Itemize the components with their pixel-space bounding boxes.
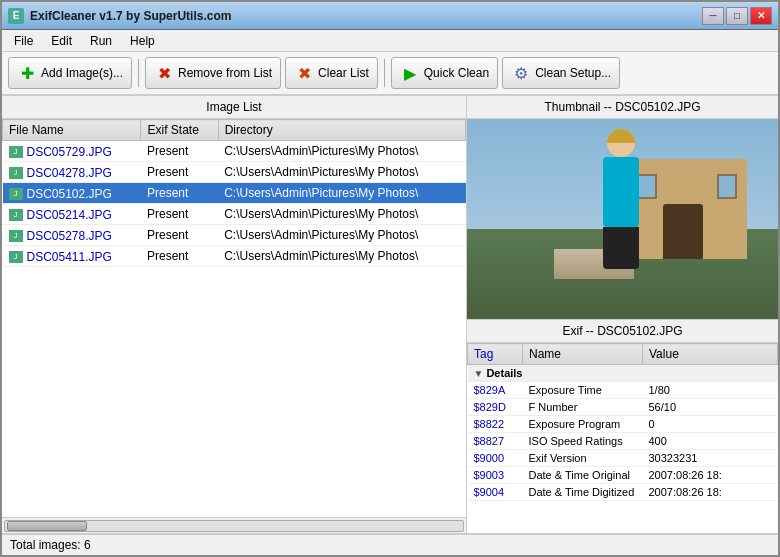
list-item[interactable]: $8827ISO Speed Ratings400: [468, 433, 778, 450]
thumbnail-header: Thumbnail -- DSC05102.JPG: [467, 96, 778, 119]
minimize-button[interactable]: ─: [702, 7, 724, 25]
list-item[interactable]: $829AExposure Time1/80: [468, 382, 778, 399]
col-filename: File Name: [3, 120, 141, 141]
filename-cell: JDSC05214.JPG: [3, 204, 141, 225]
list-item[interactable]: $9003Date & Time Original2007:08:26 18:: [468, 467, 778, 484]
exif-tag-cell: $829D: [468, 399, 523, 416]
table-row[interactable]: JDSC05411.JPGPresentC:\Users\Admin\Pictu…: [3, 246, 466, 267]
remove-list-label: Remove from List: [178, 66, 272, 80]
exif-section: Exif -- DSC05102.JPG Tag Name Value ▼Det…: [467, 319, 778, 533]
toolbar-separator-2: [384, 59, 385, 87]
exif-name-cell: Exposure Program: [523, 416, 643, 433]
filename-cell: JDSC05729.JPG: [3, 141, 141, 162]
thumbnail-section: Thumbnail -- DSC05102.JPG: [467, 96, 778, 319]
add-images-button[interactable]: ✚ Add Image(s)...: [8, 57, 132, 89]
quick-clean-label: Quick Clean: [424, 66, 489, 80]
exif-table-container[interactable]: Tag Name Value ▼Details$829AExposure Tim…: [467, 343, 778, 533]
close-button[interactable]: ✕: [750, 7, 772, 25]
person-legs: [603, 227, 639, 269]
exif-value-cell: 2007:08:26 18:: [643, 484, 778, 501]
filename-cell: JDSC05411.JPG: [3, 246, 141, 267]
main-content: Image List File Name Exif State Director…: [2, 96, 778, 533]
exif-name-cell: Date & Time Digitized: [523, 484, 643, 501]
clean-setup-label: Clean Setup...: [535, 66, 611, 80]
exif-name-cell: F Number: [523, 399, 643, 416]
filename-cell: JDSC05102.JPG: [3, 183, 141, 204]
table-row[interactable]: JDSC04278.JPGPresentC:\Users\Admin\Pictu…: [3, 162, 466, 183]
exif-state-cell: Present: [141, 246, 218, 267]
menu-edit[interactable]: Edit: [43, 32, 80, 50]
directory-cell: C:\Users\Admin\Pictures\My Photos\: [218, 183, 465, 204]
maximize-button[interactable]: □: [726, 7, 748, 25]
add-icon: ✚: [17, 63, 37, 83]
list-item[interactable]: $9000Exif Version30323231: [468, 450, 778, 467]
table-row[interactable]: JDSC05729.JPGPresentC:\Users\Admin\Pictu…: [3, 141, 466, 162]
clear-list-button[interactable]: ✖ Clear List: [285, 57, 378, 89]
toolbar-separator-1: [138, 59, 139, 87]
exif-tag-cell: $8827: [468, 433, 523, 450]
col-exifstate: Exif State: [141, 120, 218, 141]
exif-group-label: ▼Details: [468, 365, 778, 382]
table-row[interactable]: JDSC05278.JPGPresentC:\Users\Admin\Pictu…: [3, 225, 466, 246]
title-bar: E ExifCleaner v1.7 by SuperUtils.com ─ □…: [2, 2, 778, 30]
exif-name-cell: Date & Time Original: [523, 467, 643, 484]
image-list-header: Image List: [2, 96, 466, 119]
thumbnail-image: [467, 119, 778, 319]
menu-file[interactable]: File: [6, 32, 41, 50]
exif-value-cell: 400: [643, 433, 778, 450]
quick-clean-button[interactable]: ▶ Quick Clean: [391, 57, 498, 89]
exif-value-cell: 0: [643, 416, 778, 433]
app-icon: E: [8, 8, 24, 24]
status-text: Total images: 6: [10, 538, 91, 552]
exif-name-cell: Exif Version: [523, 450, 643, 467]
hscroll-track[interactable]: [4, 520, 464, 532]
remove-list-button[interactable]: ✖ Remove from List: [145, 57, 281, 89]
right-panel: Thumbnail -- DSC05102.JPG: [467, 96, 778, 533]
photo-display: [467, 119, 778, 319]
col-value: Value: [643, 344, 778, 365]
status-bar: Total images: 6: [2, 533, 778, 555]
table-row[interactable]: JDSC05214.JPGPresentC:\Users\Admin\Pictu…: [3, 204, 466, 225]
person-figure: [591, 129, 651, 269]
list-item[interactable]: $8822Exposure Program0: [468, 416, 778, 433]
person-head: [607, 129, 635, 157]
exif-header: Exif -- DSC05102.JPG: [467, 319, 778, 343]
exif-state-cell: Present: [141, 225, 218, 246]
exif-tag-cell: $829A: [468, 382, 523, 399]
exif-state-cell: Present: [141, 183, 218, 204]
exif-value-cell: 2007:08:26 18:: [643, 467, 778, 484]
exif-tag-cell: $9000: [468, 450, 523, 467]
clear-list-label: Clear List: [318, 66, 369, 80]
directory-cell: C:\Users\Admin\Pictures\My Photos\: [218, 225, 465, 246]
exif-group-row[interactable]: ▼Details: [468, 365, 778, 382]
exif-state-cell: Present: [141, 204, 218, 225]
filename-cell: JDSC05278.JPG: [3, 225, 141, 246]
directory-cell: C:\Users\Admin\Pictures\My Photos\: [218, 162, 465, 183]
menu-run[interactable]: Run: [82, 32, 120, 50]
clean-setup-button[interactable]: ⚙ Clean Setup...: [502, 57, 620, 89]
left-panel: Image List File Name Exif State Director…: [2, 96, 467, 533]
menu-help[interactable]: Help: [122, 32, 163, 50]
list-item[interactable]: $829DF Number56/10: [468, 399, 778, 416]
clean-setup-icon: ⚙: [511, 63, 531, 83]
col-name: Name: [523, 344, 643, 365]
directory-cell: C:\Users\Admin\Pictures\My Photos\: [218, 246, 465, 267]
directory-cell: C:\Users\Admin\Pictures\My Photos\: [218, 204, 465, 225]
exif-value-cell: 56/10: [643, 399, 778, 416]
filename-cell: JDSC04278.JPG: [3, 162, 141, 183]
table-row[interactable]: JDSC05102.JPGPresentC:\Users\Admin\Pictu…: [3, 183, 466, 204]
file-list-body: JDSC05729.JPGPresentC:\Users\Admin\Pictu…: [3, 141, 466, 267]
left-horizontal-scrollbar[interactable]: [2, 517, 466, 533]
exif-table-body: ▼Details$829AExposure Time1/80$829DF Num…: [468, 365, 778, 501]
title-text: ExifCleaner v1.7 by SuperUtils.com: [30, 9, 696, 23]
app-window: E ExifCleaner v1.7 by SuperUtils.com ─ □…: [0, 0, 780, 557]
file-table[interactable]: File Name Exif State Directory JDSC05729…: [2, 119, 466, 517]
hscroll-thumb[interactable]: [7, 521, 87, 531]
remove-icon: ✖: [154, 63, 174, 83]
list-item[interactable]: $9004Date & Time Digitized2007:08:26 18:: [468, 484, 778, 501]
exif-value-cell: 30323231: [643, 450, 778, 467]
menu-bar: File Edit Run Help: [2, 30, 778, 52]
person-body: [603, 157, 639, 227]
toolbar: ✚ Add Image(s)... ✖ Remove from List ✖ C…: [2, 52, 778, 96]
building-door: [663, 204, 703, 259]
